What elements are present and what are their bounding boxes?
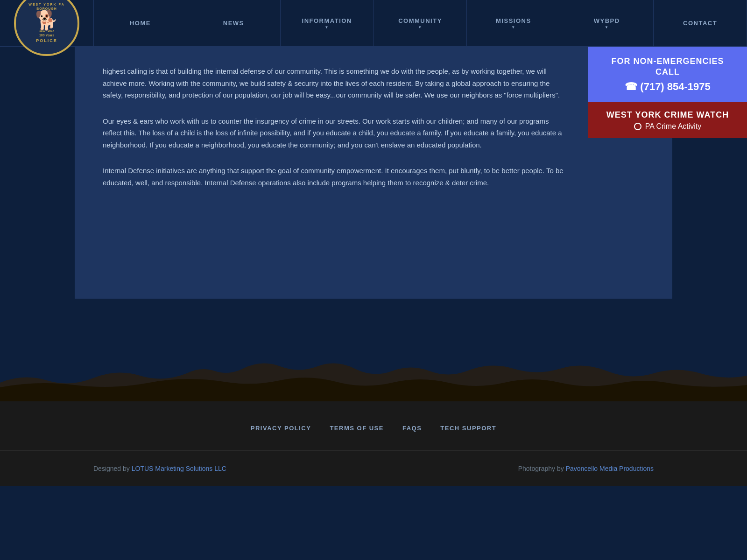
paragraph-2: Our eyes & ears who work with us to coun… bbox=[103, 115, 570, 151]
footer-tech-support[interactable]: TECH SUPPORT bbox=[440, 425, 496, 432]
logo-dog-icon: 🐕 bbox=[28, 11, 64, 29]
landscape-section bbox=[0, 308, 747, 401]
nav-community[interactable]: COMMUNITY ▼ bbox=[374, 0, 467, 46]
sidebar-widgets: FOR NON-EMERGENCIES CALL ☎ (717) 854-197… bbox=[588, 47, 747, 138]
logo-years: 1917 2017 bbox=[28, 29, 64, 33]
crime-watch-subtitle: PA Crime Activity bbox=[599, 122, 736, 131]
footer-links: PRIVACY POLICY TERMS OF USE FAQS TECH SU… bbox=[0, 401, 747, 451]
nav-missions-arrow: ▼ bbox=[511, 25, 515, 29]
crime-circle-icon bbox=[634, 123, 641, 130]
nav-home[interactable]: HOME bbox=[93, 0, 187, 46]
nav-information-arrow: ▼ bbox=[324, 25, 329, 29]
nav-information[interactable]: INFORMATION ▼ bbox=[280, 0, 374, 46]
crime-watch-title: WEST YORK CRIME WATCH bbox=[599, 110, 736, 120]
nav-contact[interactable]: CONTACT bbox=[653, 0, 747, 46]
paragraph-3: Internal Defense initiatives are anythin… bbox=[103, 165, 570, 189]
logo-years-label: 100 Years bbox=[28, 33, 64, 37]
emergency-phone: ☎ (717) 854-1975 bbox=[599, 81, 736, 93]
nav-community-arrow: ▼ bbox=[418, 25, 422, 29]
designed-by: Designed by LOTUS Marketing Solutions LL… bbox=[93, 465, 226, 472]
pavoncello-link[interactable]: Pavoncello Media Productions bbox=[566, 465, 654, 472]
footer-privacy-policy[interactable]: PRIVACY POLICY bbox=[251, 425, 311, 432]
site-footer: PRIVACY POLICY TERMS OF USE FAQS TECH SU… bbox=[0, 401, 747, 486]
emergency-title: FOR NON-EMERGENCIES CALL bbox=[599, 56, 736, 78]
main-content: highest calling is that of building the … bbox=[75, 47, 672, 299]
lotus-link[interactable]: LOTUS Marketing Solutions LLC bbox=[132, 465, 226, 472]
footer-credits: Designed by LOTUS Marketing Solutions LL… bbox=[0, 451, 747, 486]
crime-watch-widget[interactable]: WEST YORK CRIME WATCH PA Crime Activity bbox=[588, 102, 747, 138]
nav-wybpd-arrow: ▼ bbox=[605, 25, 609, 29]
footer-terms-of-use[interactable]: TERMS OF USE bbox=[330, 425, 384, 432]
logo-police-text: POLICE bbox=[28, 38, 64, 44]
emergency-widget[interactable]: FOR NON-EMERGENCIES CALL ☎ (717) 854-197… bbox=[588, 47, 747, 102]
nav-missions[interactable]: MISSIONS ▼ bbox=[466, 0, 560, 46]
site-header: WEST YORK PA BOROUGH 🐕 1917 2017 100 Yea… bbox=[0, 0, 747, 47]
paragraph-1: highest calling is that of building the … bbox=[103, 65, 570, 101]
main-nav: HOME NEWS INFORMATION ▼ COMMUNITY ▼ MISS… bbox=[93, 0, 747, 46]
logo-top-text: WEST YORK PA bbox=[28, 2, 64, 7]
photography-by: Photography by Pavoncello Media Producti… bbox=[518, 465, 654, 472]
nav-wybpd[interactable]: WYBPD ▼ bbox=[560, 0, 653, 46]
nav-news[interactable]: NEWS bbox=[187, 0, 280, 46]
footer-faqs[interactable]: FAQS bbox=[402, 425, 422, 432]
